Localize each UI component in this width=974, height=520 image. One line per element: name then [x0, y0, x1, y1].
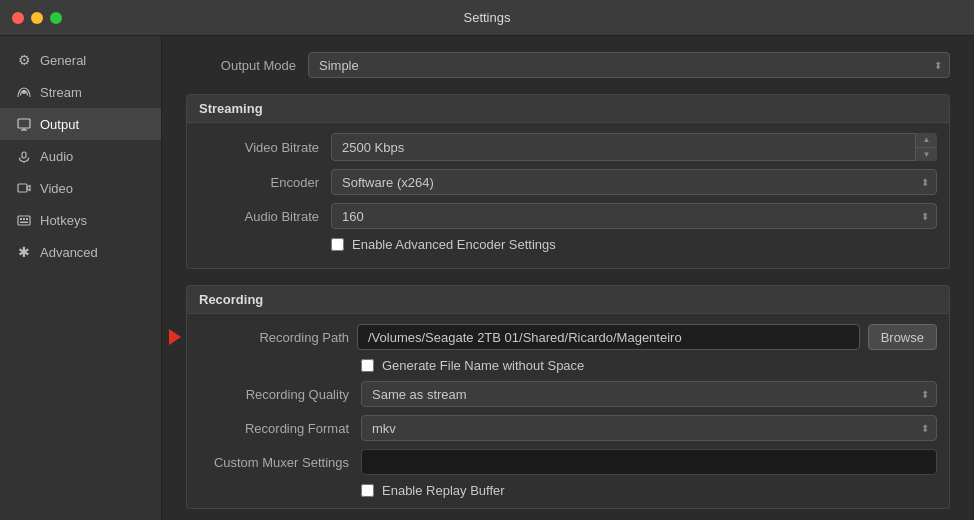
audio-bitrate-select-wrapper: 128 160 192 256 320 ⬍: [331, 203, 937, 229]
window-title: Settings: [464, 10, 511, 25]
audio-bitrate-row: Audio Bitrate 128 160 192 256 320 ⬍: [199, 203, 937, 229]
sidebar-label-general: General: [40, 53, 86, 68]
generate-filename-checkbox[interactable]: [361, 359, 374, 372]
bitrate-arrows: ▲ ▼: [915, 133, 937, 161]
recording-format-label: Recording Format: [199, 421, 349, 436]
video-bitrate-row: Video Bitrate ▲ ▼: [199, 133, 937, 161]
gear-icon: ⚙: [16, 52, 32, 68]
sidebar-label-output: Output: [40, 117, 79, 132]
video-bitrate-input[interactable]: [331, 133, 937, 161]
advanced-icon: ✱: [16, 244, 32, 260]
content-area: Output Mode Simple Advanced ⬍ Streaming …: [162, 36, 974, 520]
encoder-select[interactable]: Software (x264) Hardware (NVENC) Hardwar…: [331, 169, 937, 195]
stream-icon: [16, 84, 32, 100]
sidebar-item-audio[interactable]: Audio: [0, 140, 161, 172]
video-icon: [16, 180, 32, 196]
enable-replay-label: Enable Replay Buffer: [382, 483, 505, 498]
recording-arrow-indicator: [169, 329, 181, 345]
svg-rect-9: [23, 218, 25, 220]
recording-path-label: Recording Path: [199, 330, 349, 345]
recording-quality-select-wrapper: Same as stream High Quality, Medium File…: [361, 381, 937, 407]
sidebar-label-stream: Stream: [40, 85, 82, 100]
recording-path-input[interactable]: [357, 324, 860, 350]
advanced-encoder-row: Enable Advanced Encoder Settings: [199, 237, 937, 252]
svg-rect-6: [18, 184, 27, 192]
hotkeys-icon: [16, 212, 32, 228]
sidebar: ⚙ General Stream Output: [0, 36, 162, 520]
recording-section-header: Recording: [186, 285, 950, 314]
enable-replay-checkbox[interactable]: [361, 484, 374, 497]
custom-muxer-row: Custom Muxer Settings: [199, 449, 937, 475]
sidebar-item-stream[interactable]: Stream: [0, 76, 161, 108]
sidebar-label-hotkeys: Hotkeys: [40, 213, 87, 228]
browse-button[interactable]: Browse: [868, 324, 937, 350]
output-mode-select-wrapper: Simple Advanced ⬍: [308, 52, 950, 78]
recording-quality-row: Recording Quality Same as stream High Qu…: [199, 381, 937, 407]
sidebar-item-advanced[interactable]: ✱ Advanced: [0, 236, 161, 268]
sidebar-item-general[interactable]: ⚙ General: [0, 44, 161, 76]
sidebar-item-hotkeys[interactable]: Hotkeys: [0, 204, 161, 236]
svg-rect-1: [18, 119, 30, 128]
svg-rect-8: [20, 218, 22, 220]
sidebar-label-advanced: Advanced: [40, 245, 98, 260]
output-icon: [16, 116, 32, 132]
generate-filename-row: Generate File Name without Space: [199, 358, 937, 373]
encoder-row: Encoder Software (x264) Hardware (NVENC)…: [199, 169, 937, 195]
svg-rect-4: [22, 152, 26, 158]
bitrate-down-button[interactable]: ▼: [916, 148, 937, 162]
traffic-lights: [12, 12, 62, 24]
recording-path-row: Recording Path Browse: [199, 324, 937, 350]
advanced-encoder-checkbox[interactable]: [331, 238, 344, 251]
output-mode-label: Output Mode: [186, 58, 296, 73]
output-mode-select[interactable]: Simple Advanced: [308, 52, 950, 78]
close-button[interactable]: [12, 12, 24, 24]
maximize-button[interactable]: [50, 12, 62, 24]
streaming-section-body: Video Bitrate ▲ ▼ Encoder Software (x264…: [186, 123, 950, 269]
svg-rect-11: [20, 222, 28, 224]
advanced-encoder-label: Enable Advanced Encoder Settings: [352, 237, 556, 252]
recording-quality-label: Recording Quality: [199, 387, 349, 402]
titlebar: Settings: [0, 0, 974, 36]
sidebar-item-output[interactable]: Output: [0, 108, 161, 140]
custom-muxer-label: Custom Muxer Settings: [199, 455, 349, 470]
svg-rect-7: [18, 216, 30, 225]
audio-icon: [16, 148, 32, 164]
encoder-label: Encoder: [199, 175, 319, 190]
recording-format-select-wrapper: mkv mp4 flv ts m3u8 fmp4 ⬍: [361, 415, 937, 441]
sidebar-label-audio: Audio: [40, 149, 73, 164]
sidebar-label-video: Video: [40, 181, 73, 196]
generate-filename-label: Generate File Name without Space: [382, 358, 584, 373]
recording-format-select[interactable]: mkv mp4 flv ts m3u8 fmp4: [361, 415, 937, 441]
recording-format-row: Recording Format mkv mp4 flv ts m3u8 fmp…: [199, 415, 937, 441]
video-bitrate-wrapper: ▲ ▼: [331, 133, 937, 161]
audio-bitrate-select[interactable]: 128 160 192 256 320: [331, 203, 937, 229]
minimize-button[interactable]: [31, 12, 43, 24]
streaming-section-header: Streaming: [186, 94, 950, 123]
custom-muxer-input[interactable]: [361, 449, 937, 475]
recording-quality-select[interactable]: Same as stream High Quality, Medium File…: [361, 381, 937, 407]
svg-rect-10: [26, 218, 28, 220]
recording-section-body: Recording Path Browse Generate File Name…: [186, 314, 950, 509]
sidebar-item-video[interactable]: Video: [0, 172, 161, 204]
main-layout: ⚙ General Stream Output: [0, 36, 974, 520]
output-mode-row: Output Mode Simple Advanced ⬍: [186, 52, 950, 78]
video-bitrate-label: Video Bitrate: [199, 140, 319, 155]
bitrate-up-button[interactable]: ▲: [916, 133, 937, 148]
replay-buffer-row: Enable Replay Buffer: [199, 483, 937, 498]
audio-bitrate-label: Audio Bitrate: [199, 209, 319, 224]
encoder-select-wrapper: Software (x264) Hardware (NVENC) Hardwar…: [331, 169, 937, 195]
